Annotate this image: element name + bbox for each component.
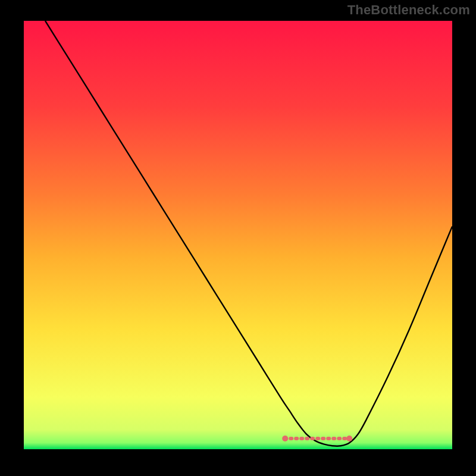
plot-background [24,21,452,449]
optimal-range-end-dot [346,436,352,441]
chart-frame: TheBottleneck.com [0,0,476,476]
optimal-range-start-dot [282,436,288,441]
watermark-text: TheBottleneck.com [347,2,470,18]
bottleneck-chart [0,0,476,476]
